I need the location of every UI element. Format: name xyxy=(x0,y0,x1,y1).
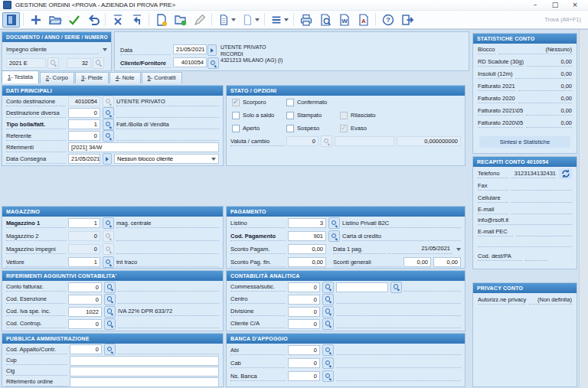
impegno-cliente-select[interactable]: Impegno cliente xyxy=(6,45,99,54)
data-field[interactable]: 21/05/2021 xyxy=(173,44,207,54)
valuta-field[interactable]: 0 xyxy=(286,136,318,146)
lookup-icon[interactable] xyxy=(47,57,59,69)
sconto-generale2-field[interactable]: 0,00 xyxy=(433,257,461,267)
cod-pagamento-field[interactable]: 901 xyxy=(288,231,326,241)
maximize-button[interactable]: □ xyxy=(545,0,565,10)
lookup-icon[interactable] xyxy=(322,370,334,382)
lookup-icon[interactable] xyxy=(322,294,334,305)
tab-note[interactable]: 4 - Note xyxy=(109,72,141,83)
solo-a-saldo-checkbox[interactable] xyxy=(232,112,240,119)
lookup-icon[interactable] xyxy=(322,282,334,293)
lookup-icon[interactable] xyxy=(322,318,334,330)
evaso-checkbox[interactable] xyxy=(340,125,348,132)
lookup-icon[interactable] xyxy=(103,243,114,255)
ns-banca-field[interactable]: 0 xyxy=(288,371,320,381)
import-folder-icon[interactable] xyxy=(172,12,189,28)
lookup-icon[interactable] xyxy=(103,130,114,142)
cod-controp-field[interactable]: 0 xyxy=(68,319,102,329)
cig-field[interactable] xyxy=(70,367,219,377)
cup-field[interactable] xyxy=(70,356,219,366)
email-pec-value[interactable] xyxy=(478,238,572,247)
telefono-value[interactable]: 3123134132431 xyxy=(511,169,556,178)
divisione-field[interactable]: 0 xyxy=(288,307,320,317)
email-underline[interactable] xyxy=(511,205,572,214)
listino-field[interactable]: 3 xyxy=(288,218,326,228)
lookup-icon[interactable] xyxy=(104,318,116,330)
anno-serie-field[interactable]: 2021 E xyxy=(6,58,46,68)
edit-pencil-icon[interactable] xyxy=(191,12,208,28)
magazzino2-field[interactable]: 0 xyxy=(68,231,100,241)
lookup-icon[interactable] xyxy=(103,96,114,107)
tab-piede[interactable]: 3 - Piede xyxy=(75,72,109,83)
sconto-pag-fin-field[interactable]: 0,00 xyxy=(288,257,326,267)
help-icon[interactable]: ? xyxy=(379,12,397,28)
delete-row-icon[interactable] xyxy=(109,12,126,28)
conto-fatturaz-field[interactable]: 0 xyxy=(68,282,102,292)
export-pdf-icon[interactable]: A xyxy=(354,12,372,28)
calendar-button[interactable] xyxy=(207,44,217,56)
doc-template-menu-icon[interactable] xyxy=(239,12,261,28)
lookup-icon[interactable] xyxy=(103,256,114,268)
tab-corpo[interactable]: 2 - Corpo xyxy=(40,72,74,83)
riferimenti-field[interactable]: [2021] 34/W xyxy=(68,142,219,152)
cambio-field[interactable]: 0,000000000 xyxy=(397,136,461,146)
cod-iva-field[interactable]: 1022 xyxy=(68,307,102,317)
cliente-ca-field[interactable]: 0 xyxy=(288,319,320,329)
sconto-generale1-field[interactable]: 0,00 xyxy=(403,257,431,267)
conto-destinazione-field[interactable]: 4010054 xyxy=(68,96,100,106)
lookup-icon[interactable] xyxy=(103,217,114,229)
lookup-icon[interactable] xyxy=(207,57,219,69)
data-1-pag-field[interactable]: 21/05/2021 xyxy=(387,244,452,254)
numero-field[interactable]: 32 xyxy=(67,58,91,68)
confermato-checkbox[interactable] xyxy=(286,99,294,106)
sospeso-checkbox[interactable] xyxy=(286,125,294,132)
magazzino-impegni-field[interactable]: 0 xyxy=(68,244,100,254)
tab-testata[interactable]: 1 - Testata xyxy=(2,70,39,83)
calendar-button[interactable] xyxy=(103,153,112,165)
cliente-code-field[interactable]: 4010054 xyxy=(173,57,207,67)
email-value[interactable]: info@rsoft.it xyxy=(478,216,572,225)
search-input[interactable]: Trova (Alt+F1) xyxy=(512,14,586,26)
lookup-icon[interactable] xyxy=(93,57,104,69)
confirm-icon[interactable] xyxy=(65,12,83,28)
sintesi-statistiche-button[interactable]: Sintesi e Statistiche xyxy=(479,136,570,148)
rilasciato-checkbox[interactable] xyxy=(340,112,348,119)
tipo-bolla-field[interactable]: 1 xyxy=(68,119,100,129)
blocco-cliente-dropdown[interactable]: Nessun blocco cliente xyxy=(114,154,219,164)
cod-esenzione-field[interactable]: 0 xyxy=(68,295,102,305)
list-menu-icon[interactable] xyxy=(268,12,290,28)
vettore-field[interactable]: 1 xyxy=(68,257,100,267)
sottocommessa-field[interactable] xyxy=(336,282,388,292)
close-button[interactable]: × xyxy=(565,0,585,10)
lookup-icon[interactable] xyxy=(322,344,334,356)
sconto-pagam-field[interactable]: 0,00 xyxy=(288,244,326,254)
email-pec-underline[interactable] xyxy=(516,227,572,236)
lookup-icon[interactable] xyxy=(104,344,116,355)
new-icon[interactable] xyxy=(27,12,44,28)
lookup-icon[interactable] xyxy=(103,107,114,119)
riferimento-ordine-field[interactable] xyxy=(70,377,219,387)
attach-doc-icon[interactable] xyxy=(152,12,170,28)
lookup-icon[interactable] xyxy=(103,230,114,242)
cod-dest-pa-value[interactable] xyxy=(525,252,548,261)
new-doc-menu-icon[interactable] xyxy=(215,12,237,28)
lookup-icon[interactable] xyxy=(322,306,334,318)
cab-field[interactable]: 0 xyxy=(288,358,320,368)
lookup-icon[interactable] xyxy=(322,357,334,369)
centro-field[interactable]: 0 xyxy=(288,295,320,305)
dial-phone-icon[interactable] xyxy=(559,168,572,179)
detail-panel-icon[interactable] xyxy=(2,12,20,28)
lookup-icon[interactable] xyxy=(328,217,340,229)
export-word-icon[interactable]: W xyxy=(335,12,353,28)
print-icon[interactable] xyxy=(297,12,315,28)
fax-value[interactable] xyxy=(511,181,572,191)
undo-icon[interactable] xyxy=(84,12,102,28)
minimize-button[interactable]: – xyxy=(525,0,545,10)
lookup-icon[interactable] xyxy=(104,306,116,318)
cod-appalto-field[interactable]: 0 xyxy=(70,344,102,354)
lookup-icon[interactable] xyxy=(104,282,116,293)
lookup-icon[interactable] xyxy=(104,294,116,305)
lookup-icon[interactable] xyxy=(321,135,332,147)
stampato-checkbox[interactable] xyxy=(286,112,294,119)
open-folder-icon[interactable] xyxy=(46,12,64,28)
